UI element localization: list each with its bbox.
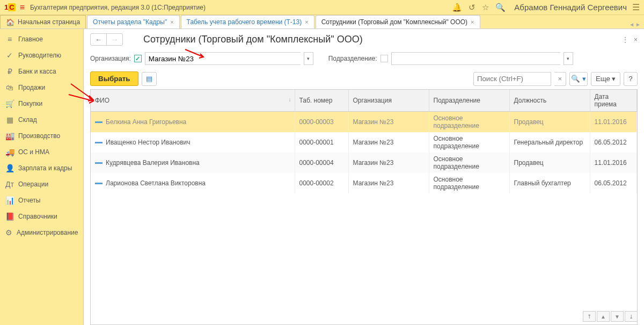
sidebar-label: Склад	[18, 116, 37, 124]
table-header-row: ФИО↓ Таб. номер Организация Подразделени…	[91, 90, 637, 112]
chevron-right-icon[interactable]: ►	[635, 21, 641, 27]
dept-checkbox[interactable]	[380, 55, 388, 62]
sidebar-item-operations[interactable]: ДтОперации	[0, 176, 83, 192]
col-fio[interactable]: ФИО↓	[91, 90, 295, 112]
sidebar-item-os[interactable]: 🚚ОС и НМА	[0, 144, 83, 160]
toolbar: Выбрать ▤ × 🔍 ▾ Еще ▾ ?	[84, 69, 644, 89]
sidebar-item-purchases[interactable]: 🛒Покупки	[0, 96, 83, 112]
sidebar-label: Зарплата и кадры	[18, 164, 72, 172]
search-button[interactable]: 🔍 ▾	[569, 72, 588, 86]
sidebar-item-sales[interactable]: 🛍Продажи	[0, 80, 83, 96]
forward-button[interactable]: →	[107, 34, 122, 45]
chevron-left-icon[interactable]: ◄	[629, 21, 634, 27]
grid-icon: ▦	[5, 115, 14, 124]
tab-reports[interactable]: Отчеты раздела "Кадры" ×	[87, 15, 179, 28]
sidebar-item-refs[interactable]: 📕Справочники	[0, 208, 83, 225]
sidebar-label: Руководителю	[18, 52, 61, 59]
nav-up-icon[interactable]: ▲	[597, 311, 610, 322]
row-marker-icon	[95, 183, 103, 184]
sort-icon: ↓	[289, 97, 291, 103]
close-icon[interactable]: ×	[634, 36, 638, 44]
nav-buttons: ← →	[90, 33, 123, 46]
sidebar-item-warehouse[interactable]: ▦Склад	[0, 112, 83, 128]
sidebar-item-production[interactable]: 🏭Производство	[0, 128, 83, 144]
sidebar-item-admin[interactable]: ⚙Администрирование	[0, 225, 83, 241]
org-dropdown-icon[interactable]: ▾	[304, 52, 313, 65]
chart-icon: ✓	[5, 51, 14, 60]
col-date[interactable]: Дата приема	[590, 90, 637, 112]
content: ← → Сотрудники (Торговый дом "Комплексны…	[84, 29, 644, 325]
history-icon[interactable]: ↺	[469, 3, 475, 12]
sidebar-label: Главное	[18, 35, 43, 43]
gear-icon: ⚙	[5, 228, 12, 237]
more-button[interactable]: Еще ▾	[591, 72, 620, 86]
search-icon[interactable]: 🔍	[495, 3, 506, 12]
star-icon[interactable]: ☆	[482, 3, 489, 12]
col-org[interactable]: Организация	[348, 90, 429, 112]
table-row[interactable]: Ларионова Светлана Викторовна 0000-00002…	[91, 173, 637, 193]
bag-icon: 🛍	[5, 83, 14, 92]
factory-icon: 🏭	[5, 132, 14, 140]
close-icon[interactable]: ×	[170, 19, 173, 25]
home-icon: 🏠	[6, 18, 14, 26]
sidebar-item-bank[interactable]: ₽Банк и касса	[0, 63, 83, 80]
toolbar-right: × 🔍 ▾ Еще ▾ ?	[473, 72, 638, 86]
help-button[interactable]: ?	[624, 72, 638, 86]
home-tab-label: Начальная страница	[18, 18, 80, 26]
sidebar-label: Администрирование	[17, 229, 78, 236]
more-icon[interactable]: ⋮	[622, 36, 628, 44]
table-row[interactable]: Белкина Анна Григорьевна 0000-00003 Мага…	[91, 112, 637, 133]
org-checkbox[interactable]: ✓	[134, 55, 142, 62]
sidebar-label: Операции	[18, 180, 48, 188]
nav-down-icon[interactable]: ▼	[611, 311, 624, 322]
dept-input[interactable]	[391, 52, 560, 65]
card-view-button[interactable]: ▤	[142, 72, 157, 86]
dept-dropdown-icon[interactable]: ▾	[564, 52, 573, 65]
bell-icon[interactable]: 🔔	[452, 3, 462, 12]
select-button[interactable]: Выбрать	[90, 71, 138, 86]
close-icon[interactable]: ×	[471, 19, 474, 25]
row-marker-icon	[95, 121, 103, 123]
col-tab[interactable]: Таб. номер	[295, 90, 348, 112]
panel-toggle-icon[interactable]: ☰	[632, 2, 640, 12]
clear-search-button[interactable]: ×	[554, 72, 566, 86]
row-marker-icon	[95, 162, 103, 164]
filter-row: Организация: ✓ ▾ Подразделение: ▾	[84, 50, 644, 69]
menu-icon[interactable]: ≡	[20, 3, 25, 12]
app-title: Бухгалтерия предприятия, редакция 3.0 (1…	[30, 4, 452, 11]
sidebar: ≡Главное ✓Руководителю ₽Банк и касса 🛍Пр…	[0, 29, 84, 325]
table-nav: ⤒ ▲ ▼ ⤓	[583, 311, 638, 322]
person-icon: 👤	[5, 164, 14, 172]
search-input[interactable]	[473, 72, 551, 86]
table-row[interactable]: Кудрявцева Валерия Ивановна 0000-00004 М…	[91, 153, 637, 173]
debit-icon: Дт	[5, 180, 14, 189]
close-icon[interactable]: ×	[305, 19, 308, 25]
col-dept[interactable]: Подразделение	[429, 90, 509, 112]
nav-first-icon[interactable]: ⤒	[583, 311, 596, 322]
tab-tabel[interactable]: Табель учета рабочего времени (Т-13) ×	[181, 15, 314, 28]
sidebar-label: Покупки	[18, 100, 42, 107]
org-input[interactable]	[145, 52, 301, 65]
sidebar-item-hr[interactable]: 👤Зарплата и кадры	[0, 160, 83, 176]
tab-employees[interactable]: Сотрудники (Торговый дом "Комплексный" О…	[316, 15, 480, 28]
home-tab[interactable]: 🏠 Начальная страница	[0, 15, 86, 28]
tab-label: Табель учета рабочего времени (Т-13)	[187, 18, 302, 26]
tab-label: Отчеты раздела "Кадры"	[93, 18, 167, 26]
org-label: Организация:	[90, 55, 131, 62]
nav-last-icon[interactable]: ⤓	[625, 311, 638, 322]
back-button[interactable]: ←	[91, 34, 107, 45]
col-pos[interactable]: Должность	[509, 90, 590, 112]
table-row[interactable]: Иващенко Нестор Иванович 0000-00001 Мага…	[91, 132, 637, 153]
sidebar-item-manager[interactable]: ✓Руководителю	[0, 47, 83, 63]
cart-icon: 🛒	[5, 99, 14, 108]
page-header: ← → Сотрудники (Торговый дом "Комплексны…	[84, 29, 644, 50]
sidebar-item-reports[interactable]: 📊Отчеты	[0, 192, 83, 208]
sidebar-item-main[interactable]: ≡Главное	[0, 31, 83, 47]
top-bar: 1С ≡ Бухгалтерия предприятия, редакция 3…	[0, 0, 644, 15]
sidebar-label: ОС и НМА	[18, 148, 49, 156]
user-name[interactable]: Абрамов Геннадий Сергеевич	[514, 3, 627, 12]
bars-icon: 📊	[5, 196, 14, 205]
sidebar-label: Банк и касса	[18, 68, 56, 75]
logo-1c: 1С	[4, 3, 16, 11]
sidebar-label: Отчеты	[18, 197, 40, 204]
